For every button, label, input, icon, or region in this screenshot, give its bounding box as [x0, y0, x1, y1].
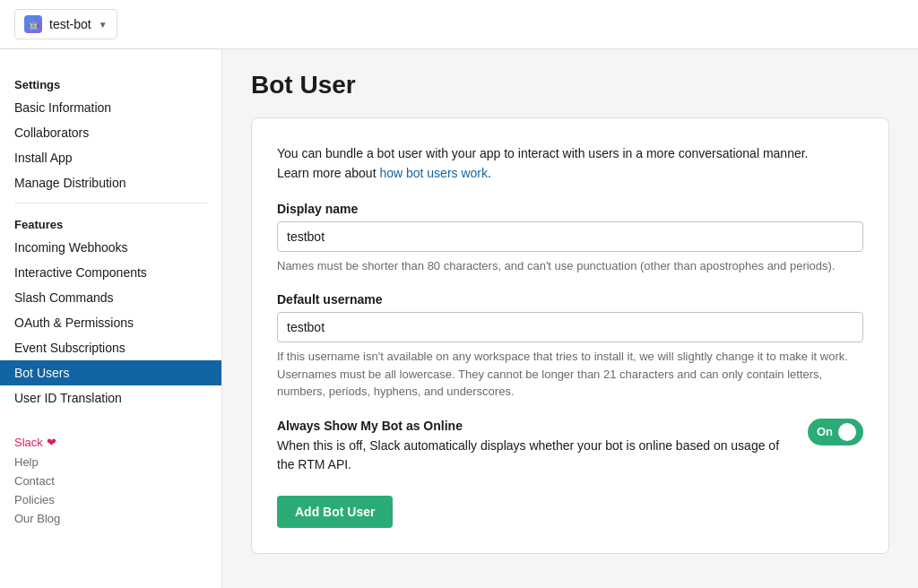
- footer-help[interactable]: Help: [14, 453, 207, 471]
- footer-our-blog[interactable]: Our Blog: [14, 509, 207, 528]
- default-username-input[interactable]: [277, 312, 863, 342]
- sidebar-item-user-id-translation[interactable]: User ID Translation: [0, 385, 221, 411]
- display-name-section: Display name Names must be shorter than …: [277, 202, 863, 275]
- display-name-input[interactable]: [277, 221, 863, 252]
- main-content: Bot User You can bundle a bot user with …: [222, 49, 918, 588]
- default-username-label: Default username: [277, 292, 863, 307]
- toggle-circle: [838, 423, 856, 441]
- app-icon: 🤖: [24, 15, 42, 33]
- sidebar-footer: Slack ❤ Help Contact Policies Our Blog: [0, 425, 221, 535]
- how-bot-users-link[interactable]: how bot users work: [379, 166, 488, 180]
- heart-icon: ❤: [47, 436, 56, 449]
- sidebar-item-event-subscriptions[interactable]: Event Subscriptions: [0, 335, 221, 360]
- footer-policies[interactable]: Policies: [14, 490, 207, 509]
- always-online-title: Always Show My Bot as Online: [277, 419, 790, 433]
- intro-paragraph: You can bundle a bot user with your app …: [277, 143, 863, 184]
- intro-text-3: .: [488, 166, 491, 180]
- sidebar-item-interactive-components[interactable]: Interactive Components: [0, 260, 221, 285]
- display-name-label: Display name: [277, 202, 863, 216]
- default-username-hint: If this username isn't available on any …: [277, 348, 863, 401]
- always-online-desc: When this is off, Slack automatically di…: [277, 437, 790, 474]
- main-layout: Settings Basic Information Collaborators…: [0, 49, 918, 588]
- toggle-on-label: On: [817, 425, 833, 438]
- sidebar-item-manage-distribution[interactable]: Manage Distribution: [0, 170, 221, 195]
- top-header: 🤖 test-bot ▼: [0, 0, 918, 49]
- sidebar-item-incoming-webhooks[interactable]: Incoming Webhooks: [0, 235, 221, 260]
- chevron-down-icon: ▼: [99, 20, 108, 30]
- content-card: You can bundle a bot user with your app …: [251, 117, 889, 554]
- sidebar-item-slash-commands[interactable]: Slash Commands: [0, 285, 221, 310]
- default-username-section: Default username If this username isn't …: [277, 292, 863, 401]
- sidebar-item-collaborators[interactable]: Collaborators: [0, 120, 221, 145]
- add-bot-user-button[interactable]: Add Bot User: [277, 496, 393, 528]
- slack-love-label: Slack: [14, 436, 43, 449]
- sidebar-item-install-app[interactable]: Install App: [0, 145, 221, 170]
- intro-text-1: You can bundle a bot user with your app …: [277, 146, 809, 160]
- app-selector[interactable]: 🤖 test-bot ▼: [14, 9, 117, 39]
- display-name-hint: Names must be shorter than 80 characters…: [277, 257, 863, 275]
- sidebar-item-oauth-permissions[interactable]: OAuth & Permissions: [0, 310, 221, 335]
- always-online-row: Always Show My Bot as Online When this i…: [277, 419, 863, 474]
- intro-text-2: Learn more about: [277, 166, 379, 180]
- slack-love: Slack ❤: [14, 432, 207, 453]
- sidebar-divider: [14, 203, 207, 203]
- app-name: test-bot: [49, 17, 91, 31]
- sidebar: Settings Basic Information Collaborators…: [0, 49, 222, 588]
- always-online-toggle[interactable]: On: [808, 419, 863, 445]
- sidebar-item-bot-users[interactable]: Bot Users: [0, 360, 221, 385]
- footer-contact[interactable]: Contact: [14, 471, 207, 490]
- always-online-left: Always Show My Bot as Online When this i…: [277, 419, 808, 474]
- sidebar-item-basic-information[interactable]: Basic Information: [0, 95, 221, 120]
- page-title: Bot User: [251, 71, 889, 99]
- features-section-title: Features: [0, 211, 221, 235]
- settings-section-title: Settings: [0, 71, 221, 95]
